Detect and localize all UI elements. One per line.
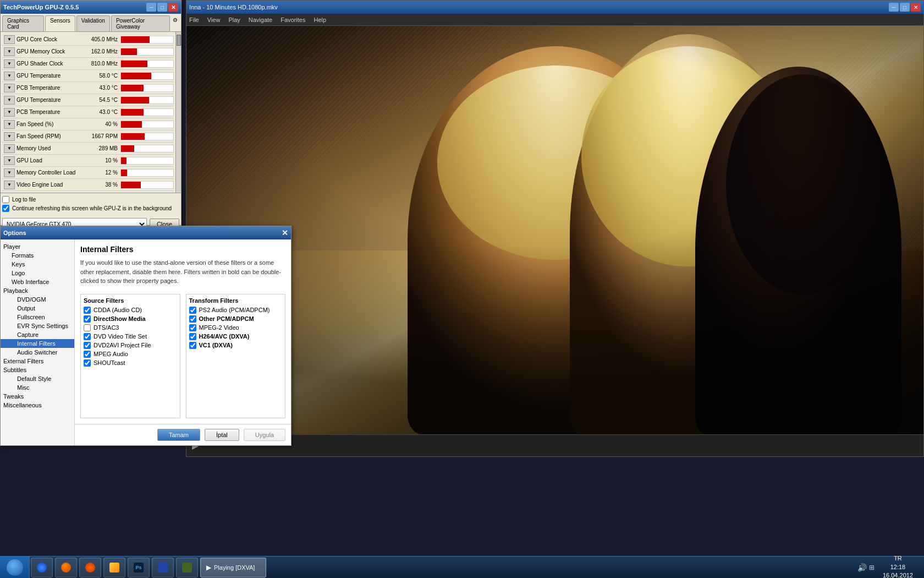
sensor-dropdown-fan-rpm[interactable]: ▼: [4, 132, 15, 141]
sensor-dropdown-mem-ctrl-load[interactable]: ▼: [4, 168, 15, 177]
start-button[interactable]: [0, 557, 30, 579]
gpuz-close-btn[interactable]: ✕: [168, 3, 178, 12]
ps2-audio-checkbox[interactable]: [189, 307, 196, 314]
gpuz-maximize-btn[interactable]: □: [157, 3, 167, 12]
filter-mpeg2-video[interactable]: MPEG-2 Video: [189, 324, 283, 331]
sensor-dropdown-video-engine-load[interactable]: ▼: [4, 181, 15, 189]
sidebar-item-miscellaneous[interactable]: Miscellaneous: [1, 401, 74, 410]
sidebar-item-player[interactable]: Player: [1, 242, 74, 251]
mpeg-audio-checkbox[interactable]: [84, 351, 91, 358]
mp-close-btn[interactable]: ✕: [911, 3, 921, 12]
sidebar-item-internal-filters[interactable]: Internal Filters: [1, 339, 74, 348]
mpeg2-video-checkbox[interactable]: [189, 324, 196, 331]
taskbar-photoshop[interactable]: Ps: [128, 558, 150, 577]
sensor-dropdown-shader-clock[interactable]: ▼: [4, 59, 15, 68]
taskbar-ie[interactable]: [31, 558, 53, 577]
gpuz-scrollbar[interactable]: [175, 32, 181, 193]
sidebar-item-logo[interactable]: Logo: [1, 269, 74, 277]
sidebar-item-web-interface[interactable]: Web Interface: [1, 277, 74, 286]
filter-dvd-video[interactable]: DVD Video Title Set: [84, 333, 177, 340]
sensor-dropdown-memory-used[interactable]: ▼: [4, 144, 15, 153]
sensor-bar-fill-shader-clock: [121, 61, 147, 67]
log-checkbox[interactable]: [2, 196, 9, 203]
sensor-gpu-temp2: ▼ GPU Temperature 54.5 °C: [2, 94, 174, 106]
mp-menu-view[interactable]: View: [207, 17, 221, 23]
filter-directshow-media[interactable]: DirectShow Media: [84, 315, 177, 323]
taskbar-explorer[interactable]: [103, 558, 125, 577]
sidebar-item-tweaks[interactable]: Tweaks: [1, 392, 74, 401]
dvd2avi-checkbox[interactable]: [84, 342, 91, 349]
cdda-checkbox[interactable]: [84, 307, 91, 314]
sensor-dropdown-gpu-temp2[interactable]: ▼: [4, 96, 15, 105]
sensor-dropdown-gpu-load[interactable]: ▼: [4, 156, 15, 165]
sensor-dropdown-memory-clock[interactable]: ▼: [4, 47, 15, 56]
mp-menu-help[interactable]: Help: [314, 17, 326, 23]
refresh-checkbox[interactable]: [2, 205, 9, 212]
filter-mpeg-audio[interactable]: MPEG Audio: [84, 351, 177, 358]
other-pcm-checkbox[interactable]: [189, 315, 196, 323]
sidebar-item-playback[interactable]: Playback: [1, 286, 74, 295]
mp-controls: ▶: [186, 434, 923, 456]
sidebar-item-formats[interactable]: Formats: [1, 251, 74, 260]
ok-button[interactable]: Tamam: [157, 429, 200, 441]
sidebar-item-keys[interactable]: Keys: [1, 260, 74, 269]
sidebar-item-subtitles[interactable]: Subtitles: [1, 366, 74, 374]
sidebar-item-default-style[interactable]: Default Style: [1, 374, 74, 383]
clock-area[interactable]: TR 12:18 16.04.2012: [877, 554, 919, 578]
sensor-val-core-clock: 405.0 MHz: [79, 36, 120, 42]
sensor-dropdown-gpu-temp1[interactable]: ▼: [4, 72, 15, 80]
taskbar-right: 🔊 ⊞ TR 12:18 16.04.2012: [857, 554, 924, 578]
mp-menu-navigate[interactable]: Navigate: [249, 17, 272, 23]
sensor-bar-fill-pcb-temp2: [121, 109, 144, 116]
dvd-video-checkbox[interactable]: [84, 333, 91, 340]
tab-graphics-card[interactable]: Graphics Card: [2, 15, 44, 31]
sensor-memory-used: ▼ Memory Used 289 MB: [2, 143, 174, 155]
sidebar-item-misc[interactable]: Misc: [1, 383, 74, 392]
tab-validation[interactable]: Validation: [76, 15, 110, 31]
apply-button[interactable]: Uygula: [244, 429, 285, 441]
mp-menu-favorites[interactable]: Favorites: [280, 17, 305, 23]
sidebar-item-fullscreen[interactable]: Fullscreen: [1, 313, 74, 321]
h264-checkbox[interactable]: [189, 333, 196, 340]
mp-menu-play[interactable]: Play: [228, 17, 240, 23]
directshow-checkbox[interactable]: [84, 315, 91, 323]
mp-minimize-btn[interactable]: ─: [889, 3, 899, 12]
filters-main-area: Internal Filters If you would like to us…: [75, 239, 291, 445]
filter-shoutcast[interactable]: SHOUTcast: [84, 359, 177, 367]
sidebar-item-evr-sync[interactable]: EVR Sync Settings: [1, 321, 74, 330]
gpuz-minimize-btn[interactable]: ─: [146, 3, 156, 12]
sensor-bar-mem-ctrl-load: [120, 169, 174, 177]
sidebar-item-dvd-ogm[interactable]: DVD/OGM: [1, 295, 74, 304]
sidebar-item-audio-switcher[interactable]: Audio Switcher: [1, 348, 74, 357]
sidebar-item-output[interactable]: Output: [1, 304, 74, 313]
dts-checkbox[interactable]: [84, 324, 91, 331]
filter-dvd2avi[interactable]: DVD2AVI Project File: [84, 342, 177, 349]
cancel-button[interactable]: İptal: [205, 429, 239, 441]
taskbar-unknown[interactable]: [176, 558, 198, 577]
filter-h264[interactable]: H264/AVC (DXVA): [189, 333, 283, 340]
filters-close-btn[interactable]: ✕: [282, 228, 288, 237]
sensor-gpu-shader-clock: ▼ GPU Shader Clock 810.0 MHz: [2, 58, 174, 70]
filter-vc1[interactable]: VC1 (DXVA): [189, 342, 283, 349]
sensor-dropdown-pcb-temp1[interactable]: ▼: [4, 84, 15, 92]
taskbar-active-window[interactable]: ▶ Playing [DXVA]: [200, 558, 266, 577]
taskbar-firefox[interactable]: [55, 558, 77, 577]
sensor-dropdown-fan-pct[interactable]: ▼: [4, 120, 15, 129]
filter-ps2-audio[interactable]: PS2 Audio (PCM/ADPCM): [189, 307, 283, 314]
sensor-dropdown-pcb-temp2[interactable]: ▼: [4, 108, 15, 117]
shoutcast-checkbox[interactable]: [84, 359, 91, 367]
vc1-checkbox[interactable]: [189, 342, 196, 349]
mp-maximize-btn[interactable]: □: [900, 3, 910, 12]
sidebar-item-capture[interactable]: Capture: [1, 330, 74, 339]
filter-dts[interactable]: DTS/AC3: [84, 324, 177, 331]
tab-sensors[interactable]: Sensors: [45, 15, 75, 31]
taskbar-mpc[interactable]: [152, 558, 174, 577]
filter-other-pcm[interactable]: Other PCM/ADPCM: [189, 315, 283, 323]
gpuz-tool-btn[interactable]: ⚙: [171, 15, 179, 31]
sidebar-item-external-filters[interactable]: External Filters: [1, 357, 74, 366]
filter-cdda[interactable]: CDDA (Audio CD): [84, 307, 177, 314]
mp-menu-file[interactable]: File: [189, 17, 199, 23]
taskbar-media[interactable]: [79, 558, 101, 577]
sensor-dropdown-core-clock[interactable]: ▼: [4, 35, 15, 44]
tab-powercolor[interactable]: PowerColor Giveaway: [111, 15, 170, 31]
